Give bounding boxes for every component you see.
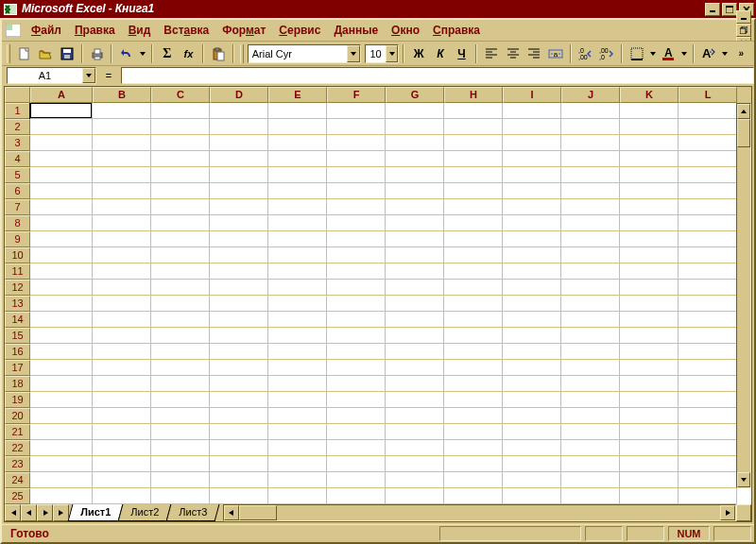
row-header-11[interactable]: 11 (5, 264, 30, 280)
align-left-button[interactable] (481, 43, 502, 64)
sheet-tab-Лист2[interactable]: Лист2 (118, 504, 172, 521)
align-center-button[interactable] (503, 43, 524, 64)
col-header-J[interactable]: J (561, 87, 620, 103)
maximize-button[interactable] (722, 3, 737, 16)
doc-restore-button[interactable] (736, 24, 751, 37)
toolbar-grip[interactable] (7, 44, 10, 63)
row-header-10[interactable]: 10 (5, 247, 30, 264)
row-header-3[interactable]: 3 (5, 135, 30, 151)
row-header-13[interactable]: 13 (5, 296, 30, 312)
format-grip[interactable] (240, 44, 244, 63)
align-right-button[interactable] (524, 43, 545, 64)
tab-nav-first[interactable] (5, 504, 21, 521)
menu-Формат[interactable]: Формат (215, 23, 272, 38)
col-header-H[interactable]: H (444, 87, 503, 103)
menu-Сервис[interactable]: Сервис (272, 23, 327, 38)
row-header-7[interactable]: 7 (5, 199, 30, 215)
menu-Справка[interactable]: Справка (426, 23, 487, 38)
save-button[interactable] (57, 43, 77, 64)
col-header-F[interactable]: F (327, 87, 386, 103)
autosum-button[interactable]: Σ (157, 43, 178, 64)
col-header-I[interactable]: I (503, 87, 561, 103)
col-header-G[interactable]: G (386, 87, 444, 103)
col-header-D[interactable]: D (210, 87, 268, 103)
hscroll-thumb[interactable] (239, 505, 277, 520)
row-header-25[interactable]: 25 (5, 488, 30, 504)
bold-button[interactable]: Ж (408, 43, 429, 64)
col-header-E[interactable]: E (268, 87, 327, 103)
tab-nav-last[interactable] (53, 504, 69, 521)
col-header-K[interactable]: K (620, 87, 679, 103)
row-header-22[interactable]: 22 (5, 440, 30, 456)
scroll-right-button[interactable] (720, 505, 735, 520)
row-header-18[interactable]: 18 (5, 376, 30, 392)
cell-grid[interactable] (30, 103, 751, 504)
row-header-19[interactable]: 19 (5, 392, 30, 408)
col-header-C[interactable]: C (151, 87, 210, 103)
vscroll-thumb[interactable] (737, 119, 750, 147)
row-header-20[interactable]: 20 (5, 408, 30, 424)
undo-dropdown[interactable] (138, 43, 147, 64)
row-header-4[interactable]: 4 (5, 151, 30, 167)
row-header-16[interactable]: 16 (5, 344, 30, 360)
font-size-combo[interactable]: 10 (365, 44, 399, 63)
col-header-L[interactable]: L (679, 87, 737, 103)
formula-equals-button[interactable]: = (99, 67, 118, 84)
row-header-21[interactable]: 21 (5, 424, 30, 440)
tab-nav-prev[interactable] (21, 504, 37, 521)
font-name-combo[interactable]: Arial Cyr (248, 44, 361, 63)
italic-button[interactable]: К (430, 43, 451, 64)
row-header-5[interactable]: 5 (5, 167, 30, 183)
borders-dropdown[interactable] (648, 43, 658, 64)
scroll-left-button[interactable] (224, 505, 239, 520)
row-header-23[interactable]: 23 (5, 456, 30, 472)
undo-button[interactable] (116, 43, 137, 64)
doc-control-icon[interactable] (5, 22, 22, 39)
col-header-B[interactable]: B (93, 87, 151, 103)
select-all-corner[interactable] (5, 87, 30, 103)
row-header-9[interactable]: 9 (5, 231, 30, 247)
underline-button[interactable]: Ч (452, 43, 472, 64)
sheet-tab-Лист3[interactable]: Лист3 (166, 504, 220, 521)
row-header-24[interactable]: 24 (5, 472, 30, 488)
vertical-scrollbar[interactable] (736, 103, 751, 488)
minimize-button[interactable] (705, 3, 720, 16)
menu-Вид[interactable]: Вид (122, 23, 158, 38)
open-button[interactable] (36, 43, 57, 64)
menu-Правка[interactable]: Правка (68, 23, 122, 38)
row-header-12[interactable]: 12 (5, 280, 30, 296)
function-button[interactable]: fx (179, 43, 199, 64)
row-header-17[interactable]: 17 (5, 360, 30, 376)
scroll-down-button[interactable] (737, 472, 750, 487)
zoom-dropdown[interactable] (720, 43, 730, 64)
toolbar-overflow[interactable]: » (730, 43, 751, 64)
row-header-8[interactable]: 8 (5, 215, 30, 231)
increase-decimal-button[interactable]: ,0,00 (576, 43, 596, 64)
decrease-decimal-button[interactable]: ,00,0 (596, 43, 617, 64)
col-header-A[interactable]: A (30, 87, 93, 103)
formula-input[interactable] (121, 67, 754, 84)
row-header-6[interactable]: 6 (5, 183, 30, 199)
new-button[interactable] (14, 43, 35, 64)
zoom-text-button[interactable]: A (698, 43, 719, 64)
row-header-1[interactable]: 1 (5, 103, 30, 119)
sheet-tab-Лист1[interactable]: Лист1 (68, 504, 124, 521)
row-header-2[interactable]: 2 (5, 119, 30, 135)
menu-Вставка[interactable]: Вставка (157, 23, 215, 38)
font-color-button[interactable]: A (659, 43, 679, 64)
menu-Окно[interactable]: Окно (385, 23, 426, 38)
merge-center-button[interactable]: a (545, 43, 566, 64)
doc-minimize-button[interactable] (736, 10, 751, 24)
tab-nav-next[interactable] (37, 504, 53, 521)
row-header-15[interactable]: 15 (5, 328, 30, 344)
row-header-14[interactable]: 14 (5, 312, 30, 328)
paste-button[interactable] (208, 43, 229, 64)
menu-Файл[interactable]: Файл (25, 23, 68, 38)
borders-button[interactable] (627, 43, 647, 64)
font-color-dropdown[interactable] (679, 43, 689, 64)
menu-Данные[interactable]: Данные (327, 23, 385, 38)
scroll-up-button[interactable] (737, 104, 750, 119)
horizontal-scrollbar[interactable] (223, 504, 736, 521)
name-box[interactable]: A1 (7, 67, 96, 84)
print-button[interactable] (87, 43, 108, 64)
